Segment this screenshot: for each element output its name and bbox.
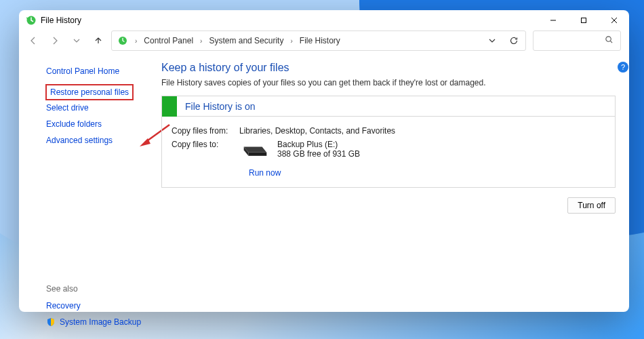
main-panel: Keep a history of your files File Histor… (151, 58, 616, 330)
status-panel-header: File History is on (162, 96, 615, 117)
recovery-link[interactable]: Recovery (46, 298, 151, 314)
content-area: Control Panel Home Restore personal file… (19, 51, 629, 330)
chevron-right-icon: › (134, 37, 138, 45)
exclude-folders-link[interactable]: Exclude folders (46, 116, 151, 132)
refresh-button[interactable] (508, 35, 520, 47)
svg-line-7 (610, 41, 612, 43)
control-panel-window: File History › Control Panel › System an… (19, 10, 629, 312)
chevron-right-icon: › (289, 37, 294, 45)
see-also-label: See also (46, 284, 151, 298)
address-bar[interactable]: › Control Panel › System and Security › … (111, 31, 526, 51)
maximize-button[interactable] (568, 10, 599, 31)
title-bar: File History (19, 10, 629, 31)
search-box[interactable] (533, 31, 621, 51)
page-subheading: File History saves copies of your files … (161, 78, 616, 87)
address-dropdown-icon[interactable] (486, 35, 498, 47)
select-drive-link[interactable]: Select drive (46, 100, 151, 116)
breadcrumb-item[interactable]: File History (300, 36, 340, 45)
turn-off-button[interactable]: Turn off (567, 197, 616, 214)
minimize-button[interactable] (538, 10, 568, 31)
nav-row: › Control Panel › System and Security › … (19, 31, 629, 51)
shield-icon (46, 317, 56, 327)
breadcrumb-item[interactable]: Control Panel (144, 36, 193, 45)
address-bar-icon (117, 35, 128, 46)
status-title: File History is on (177, 101, 255, 112)
drive-free-space: 388 GB free of 931 GB (277, 149, 360, 159)
back-button[interactable] (27, 35, 39, 47)
sidebar: Control Panel Home Restore personal file… (33, 58, 151, 330)
forward-button[interactable] (49, 35, 61, 47)
search-icon (605, 35, 613, 46)
file-history-app-icon (26, 15, 37, 26)
status-indicator (162, 96, 177, 117)
drive-icon (239, 141, 268, 161)
window-controls (538, 10, 629, 31)
chevron-right-icon: › (199, 37, 203, 45)
system-image-backup-link[interactable]: System Image Backup (46, 314, 151, 330)
close-button[interactable] (599, 10, 629, 31)
advanced-settings-link[interactable]: Advanced settings (46, 132, 151, 148)
run-now-link[interactable]: Run now (249, 168, 605, 178)
copy-from-label: Copy files from: (172, 126, 239, 136)
copy-from-value: Libraries, Desktop, Contacts, and Favori… (239, 126, 395, 136)
status-panel: File History is on Copy files from: Libr… (161, 96, 616, 188)
control-panel-home-link[interactable]: Control Panel Home (46, 63, 151, 79)
window-title: File History (41, 16, 81, 25)
restore-personal-files-link[interactable]: Restore personal files (46, 85, 133, 100)
breadcrumb-item[interactable]: System and Security (209, 36, 283, 45)
page-heading: Keep a history of your files (161, 62, 616, 74)
copy-to-label: Copy files to: (172, 140, 239, 149)
svg-marker-12 (248, 153, 266, 156)
svg-rect-2 (581, 18, 586, 23)
up-button[interactable] (92, 35, 104, 47)
recent-dropdown-icon[interactable] (71, 35, 83, 47)
svg-point-6 (606, 37, 611, 41)
nav-buttons (27, 35, 104, 47)
drive-name: Backup Plus (E:) (277, 140, 360, 149)
